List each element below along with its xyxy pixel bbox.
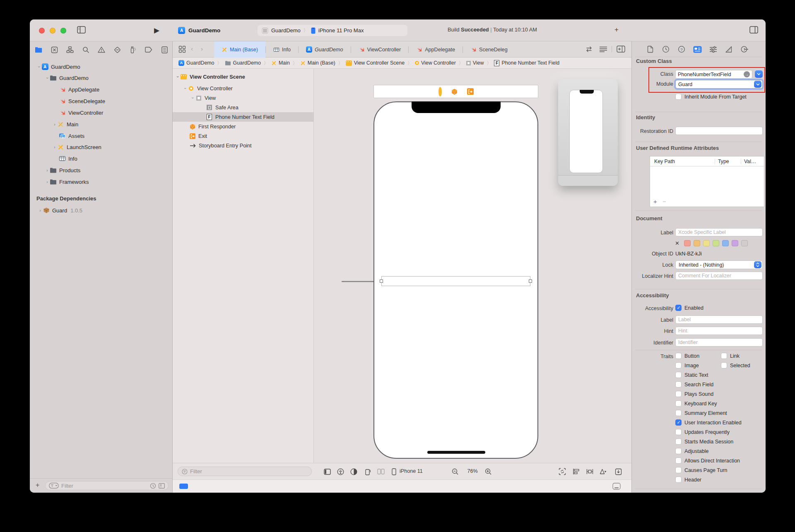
swatch-green[interactable] bbox=[713, 240, 719, 246]
recent-files-clock-icon[interactable] bbox=[150, 483, 156, 489]
accessibility-preview-icon[interactable] bbox=[336, 467, 344, 476]
update-frames-icon[interactable] bbox=[558, 467, 566, 476]
appearance-icon[interactable] bbox=[349, 467, 358, 476]
device-preview-thumbnail[interactable] bbox=[558, 79, 618, 186]
trait-keyboard-key[interactable]: Keyboard Key bbox=[675, 400, 717, 407]
resize-handle-left[interactable] bbox=[380, 279, 383, 283]
trait-selected[interactable]: Selected bbox=[721, 362, 750, 368]
new-tab-button[interactable]: + bbox=[614, 26, 619, 34]
tree-item-launchscreen[interactable]: › LaunchScreen bbox=[30, 141, 172, 153]
module-combo[interactable]: Guard bbox=[675, 80, 763, 89]
dock-first-responder-icon[interactable] bbox=[451, 88, 458, 95]
disclosure-triangle[interactable]: › bbox=[45, 168, 50, 173]
zoom-level[interactable]: 76% bbox=[463, 468, 482, 474]
accessibility-enabled-row[interactable]: Enabled bbox=[675, 305, 703, 311]
swatch-orange[interactable] bbox=[694, 240, 700, 246]
disclosure-triangle[interactable]: › bbox=[52, 122, 57, 127]
swatch-yellow[interactable] bbox=[703, 240, 710, 246]
align-icon[interactable] bbox=[572, 467, 580, 476]
trait-adjustable[interactable]: Adjustable bbox=[675, 448, 708, 454]
tab-main-base[interactable]: Main (Base) bbox=[214, 41, 265, 58]
trait-link[interactable]: Link bbox=[721, 353, 740, 359]
add-editor-icon[interactable] bbox=[617, 46, 625, 53]
connections-inspector-icon[interactable] bbox=[740, 45, 749, 54]
add-button[interactable]: + bbox=[36, 481, 39, 489]
trait-user-interaction-enabled[interactable]: User Interaction Enabled bbox=[675, 419, 742, 426]
add-constraints-icon[interactable] bbox=[585, 467, 594, 476]
outline-view[interactable]: › View bbox=[173, 93, 313, 103]
trait-causes-page-turn[interactable]: Causes Page Turn bbox=[675, 467, 728, 473]
tree-item-main-storyboard[interactable]: › Main bbox=[30, 118, 172, 130]
outline-scene[interactable]: › View Controller Scene bbox=[173, 72, 313, 82]
breadcrumb-main[interactable]: Main bbox=[271, 60, 290, 66]
restoration-id-field[interactable] bbox=[675, 127, 763, 135]
trait-plays-sound[interactable]: Plays Sound bbox=[675, 391, 713, 397]
class-field[interactable]: PhoneNumberTextField → bbox=[675, 70, 752, 79]
tab-viewcontroller[interactable]: ViewController bbox=[351, 41, 409, 58]
file-inspector-icon[interactable] bbox=[646, 45, 655, 54]
tab-info[interactable]: Info bbox=[266, 41, 298, 58]
outline-exit[interactable]: Exit bbox=[173, 131, 313, 141]
breadcrumb-text-field[interactable]: FPhone Number Text Field bbox=[494, 60, 559, 66]
inherit-module-row[interactable]: Inherit Module From Target bbox=[675, 94, 747, 100]
outline-filter-field[interactable]: Filter bbox=[178, 467, 312, 476]
remove-attribute-button[interactable]: − bbox=[662, 198, 666, 205]
breadcrumb-group[interactable]: GuardDemo bbox=[225, 60, 261, 66]
trait-summary-element[interactable]: Summary Element bbox=[675, 410, 727, 416]
dock-exit-icon[interactable] bbox=[467, 88, 474, 95]
breadcrumb-project[interactable]: AGuardDemo bbox=[178, 60, 214, 66]
embed-icon[interactable] bbox=[614, 467, 622, 476]
localizer-hint-field[interactable] bbox=[675, 272, 763, 280]
jump-to-class-arrow[interactable]: → bbox=[744, 71, 750, 77]
breadcrumb-scene[interactable]: View Controller Scene bbox=[346, 60, 405, 66]
toggle-left-sidebar-icon[interactable] bbox=[77, 26, 86, 34]
go-back-button[interactable]: ‹ bbox=[191, 45, 193, 52]
outline-view-controller[interactable]: › View Controller bbox=[173, 84, 313, 93]
resize-handle-right[interactable] bbox=[529, 279, 532, 283]
tree-item-assets[interactable]: Assets bbox=[30, 130, 172, 142]
a11y-hint-field[interactable] bbox=[675, 327, 763, 335]
trait-button[interactable]: Button bbox=[675, 353, 699, 359]
toggle-right-sidebar-icon[interactable] bbox=[749, 26, 758, 34]
scheme-selector[interactable]: GuardDemo 〉 iPhone 11 Pro Max bbox=[258, 25, 407, 36]
history-inspector-icon[interactable] bbox=[661, 45, 670, 54]
resolve-autolayout-icon[interactable] bbox=[599, 467, 607, 476]
breadcrumb-view-controller[interactable]: View Controller bbox=[415, 60, 456, 66]
lock-stepper-button[interactable] bbox=[754, 261, 761, 268]
storyboard-canvas[interactable] bbox=[314, 69, 631, 463]
split-view-icon[interactable] bbox=[377, 467, 385, 476]
swatch-purple[interactable] bbox=[732, 240, 738, 246]
tree-item-products[interactable]: › Products bbox=[30, 164, 172, 176]
tree-item-appdelegate[interactable]: AppDelegate bbox=[30, 84, 172, 95]
tree-item-scenedelegate[interactable]: SceneDelegate bbox=[30, 95, 172, 107]
trait-allows-direct-interaction[interactable]: Allows Direct Interaction bbox=[675, 457, 740, 464]
column-type[interactable]: Type bbox=[715, 159, 741, 164]
zoom-out-icon[interactable] bbox=[451, 467, 459, 476]
tree-item-info-plist[interactable]: Info bbox=[30, 153, 172, 164]
hide-canvas-toolbar-icon[interactable] bbox=[612, 483, 621, 490]
disclosure-triangle[interactable]: › bbox=[45, 75, 50, 80]
tab-guarddemo[interactable]: A GuardDemo bbox=[299, 41, 351, 58]
breakpoint-navigator-icon[interactable] bbox=[145, 46, 153, 54]
outline-safe-area[interactable]: Safe Area bbox=[173, 103, 313, 112]
disclosure-triangle[interactable]: › bbox=[45, 180, 50, 184]
zoom-in-icon[interactable] bbox=[484, 467, 492, 476]
outline-first-responder[interactable]: First Responder bbox=[173, 122, 313, 131]
run-button[interactable]: ▶ bbox=[154, 26, 159, 35]
navigator-filter-field[interactable]: Filter bbox=[45, 481, 169, 490]
column-value[interactable]: Val… bbox=[741, 159, 764, 164]
editor-options-icon[interactable] bbox=[599, 46, 607, 53]
trait-header[interactable]: Header bbox=[675, 477, 701, 483]
symbol-navigator-icon[interactable] bbox=[66, 46, 74, 54]
a11y-label-field[interactable] bbox=[675, 315, 763, 324]
swatch-red[interactable] bbox=[684, 240, 691, 246]
accessibility-enabled-checkbox[interactable] bbox=[675, 305, 682, 311]
tree-item-project-guarddemo[interactable]: › A GuardDemo bbox=[30, 61, 172, 72]
related-items-grid-icon[interactable] bbox=[178, 46, 186, 53]
trait-image[interactable]: Image bbox=[675, 362, 699, 368]
close-window-button[interactable] bbox=[39, 28, 45, 34]
zoom-window-button[interactable] bbox=[60, 28, 66, 34]
class-dropdown-button[interactable] bbox=[755, 70, 763, 78]
tree-item-guard-package[interactable]: › Guard 1.0.5 bbox=[30, 205, 172, 216]
tab-appdelegate[interactable]: AppDelegate bbox=[409, 41, 463, 58]
